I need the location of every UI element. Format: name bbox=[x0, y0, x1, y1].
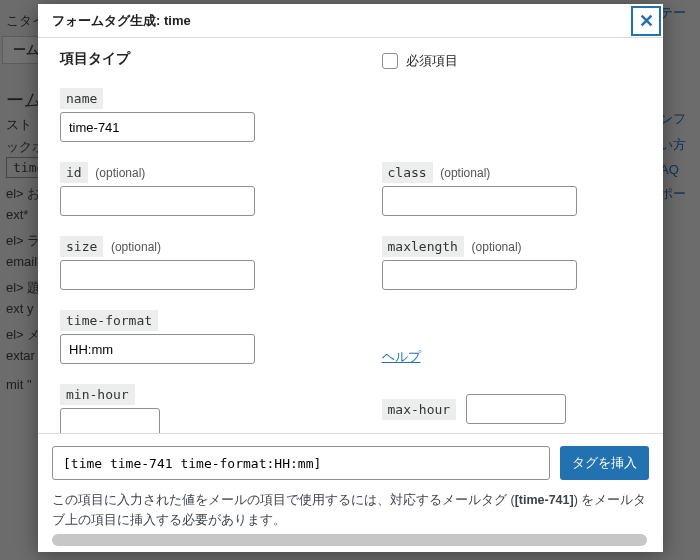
input-size[interactable] bbox=[60, 260, 255, 290]
field-class: class (optional) bbox=[382, 162, 644, 216]
label-time-format: time-format bbox=[60, 310, 158, 331]
label-size: size bbox=[60, 236, 103, 257]
required-checkbox[interactable] bbox=[382, 53, 398, 69]
generated-tag-output[interactable] bbox=[52, 446, 550, 480]
input-time-format[interactable] bbox=[60, 334, 255, 364]
required-checkbox-row[interactable]: 必須項目 bbox=[382, 52, 644, 70]
input-class[interactable] bbox=[382, 186, 577, 216]
field-id: id (optional) bbox=[60, 162, 322, 216]
input-id[interactable] bbox=[60, 186, 255, 216]
field-maxlength: maxlength (optional) bbox=[382, 236, 644, 290]
insert-tag-button[interactable]: タグを挿入 bbox=[560, 446, 649, 480]
close-icon: ✕ bbox=[639, 10, 654, 32]
field-name: name bbox=[60, 88, 322, 142]
modal-title: フォームタグ生成: time bbox=[52, 12, 191, 30]
label-min-hour: min-hour bbox=[60, 384, 135, 405]
modal-header: フォームタグ生成: time ✕ bbox=[38, 4, 663, 38]
label-max-hour: max-hour bbox=[382, 399, 457, 420]
field-size: size (optional) bbox=[60, 236, 322, 290]
label-class: class bbox=[382, 162, 433, 183]
input-max-hour[interactable] bbox=[466, 394, 566, 424]
field-max-hour: max-hour bbox=[382, 394, 644, 424]
close-button[interactable]: ✕ bbox=[631, 6, 661, 36]
horizontal-scrollbar[interactable] bbox=[52, 534, 649, 546]
help-link[interactable]: ヘルプ bbox=[382, 348, 421, 366]
label-maxlength: maxlength bbox=[382, 236, 464, 257]
input-name[interactable] bbox=[60, 112, 255, 142]
label-name: name bbox=[60, 88, 103, 109]
input-min-hour[interactable] bbox=[60, 408, 160, 433]
label-id: id bbox=[60, 162, 88, 183]
horizontal-scrollbar-thumb[interactable] bbox=[52, 534, 647, 546]
required-label: 必須項目 bbox=[406, 52, 458, 70]
form-tag-generator-modal: フォームタグ生成: time ✕ 項目タイプ 必須項目 name bbox=[38, 4, 663, 552]
modal-footer: タグを挿入 この項目に入力された値をメールの項目で使用するには、対応するメールタ… bbox=[38, 433, 663, 552]
modal-body[interactable]: 項目タイプ 必須項目 name id (op bbox=[38, 38, 663, 433]
footer-note: この項目に入力された値をメールの項目で使用するには、対応するメールタグ ([ti… bbox=[52, 490, 649, 530]
field-min-hour: min-hour bbox=[60, 384, 322, 433]
field-time-format: time-format bbox=[60, 310, 322, 364]
input-maxlength[interactable] bbox=[382, 260, 577, 290]
section-title: 項目タイプ bbox=[60, 50, 322, 68]
